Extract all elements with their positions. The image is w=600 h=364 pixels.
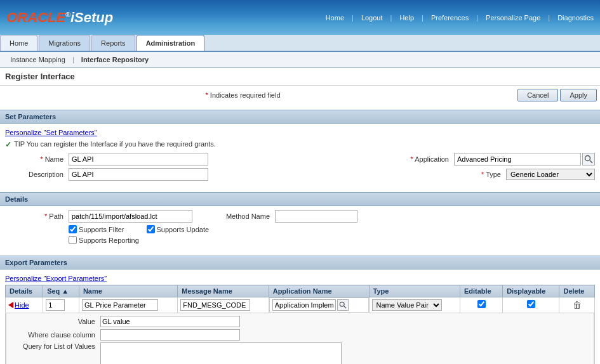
diagnostics-link[interactable]: Diagnostics <box>557 14 594 22</box>
preferences-link[interactable]: Preferences <box>431 14 469 22</box>
query-list-textarea[interactable] <box>100 342 342 365</box>
query-list-row: Query for List of Values <box>11 342 589 365</box>
export-parameters-header: Export Parameters <box>0 256 600 270</box>
table-row: Hide <box>6 297 595 313</box>
supports-filter-checkbox[interactable] <box>69 225 77 233</box>
seq-input[interactable] <box>46 299 65 311</box>
supports-update-label: Supports Update <box>147 225 210 233</box>
row-application-name-cell <box>269 297 369 313</box>
row-editable-cell <box>460 297 502 313</box>
supports-update-checkbox[interactable] <box>147 225 155 233</box>
query-list-label: Query for List of Values <box>11 342 100 350</box>
displayable-checkbox[interactable] <box>527 300 535 308</box>
header: ORACLE®iSetup Home | Logout | Help | Pre… <box>0 0 600 35</box>
col-details: Details <box>6 285 43 297</box>
col-displayable: Displayable <box>503 285 559 297</box>
detail-expand-row: Value Where clause column Query for List… <box>6 313 595 364</box>
personalize-page-link[interactable]: Personalize Page <box>486 14 540 22</box>
supports-filter-label: Supports Filter <box>69 225 124 233</box>
type-select[interactable]: Generic Loader XML Custom <box>506 169 595 180</box>
method-name-input[interactable] <box>275 210 357 223</box>
apply-button[interactable]: Apply <box>560 89 597 101</box>
hide-link[interactable]: Hide <box>15 301 29 309</box>
editable-checkbox[interactable] <box>477 300 486 308</box>
message-name-input[interactable] <box>180 299 250 311</box>
cancel-button[interactable]: Cancel <box>517 89 558 101</box>
row-type-cell: Name Value Pair Static Value Query <box>369 297 460 313</box>
row-details-cell: Hide <box>6 297 43 313</box>
tab-reports[interactable]: Reports <box>91 35 135 51</box>
name-label: * Name <box>5 155 69 163</box>
col-name: Name <box>79 285 177 297</box>
value-label: Value <box>11 318 100 325</box>
application-input[interactable] <box>454 153 581 166</box>
application-search-icon[interactable] <box>582 153 595 166</box>
description-label: Description <box>5 171 69 178</box>
logout-link[interactable]: Logout <box>361 14 383 22</box>
detail-expand-area: Value Where clause column Query for List… <box>6 313 594 365</box>
delete-icon[interactable]: 🗑 <box>573 300 582 310</box>
row-message-name-cell <box>178 297 269 313</box>
value-input[interactable] <box>100 316 240 327</box>
app-name-input[interactable] <box>272 299 336 311</box>
oracle-logo: ORACLE®iSetup <box>6 10 113 26</box>
tab-home[interactable]: Home <box>0 35 37 51</box>
description-type-row: Description * Type Generic Loader XML Cu… <box>5 168 595 181</box>
page-title: Register Interface <box>0 68 600 86</box>
personalize-set-params-link[interactable]: Personalize "Set Parameters" <box>5 127 595 139</box>
checkboxes-row: Supports Filter Supports Update <box>5 225 595 233</box>
path-input[interactable] <box>69 210 192 223</box>
where-clause-row: Where clause column <box>11 329 589 341</box>
sub-nav: Instance Mapping | Interface Repository <box>0 52 600 68</box>
expand-icon <box>8 302 13 308</box>
param-name-input[interactable] <box>82 299 158 311</box>
export-parameters-form: Personalize "Export Parameters" Details … <box>0 270 600 364</box>
tip-text: TIP You can register the Interface if yo… <box>14 140 216 148</box>
application-label: * Application <box>403 155 454 163</box>
value-row: Value <box>11 316 589 327</box>
col-editable: Editable <box>460 285 502 297</box>
header-links: Home | Logout | Help | Preferences | Per… <box>326 14 594 22</box>
svg-line-3 <box>343 306 345 308</box>
col-message-name: Message Name <box>178 285 269 297</box>
name-application-row: * Name * Application <box>5 153 595 166</box>
svg-line-1 <box>590 160 592 163</box>
path-label: * Path <box>5 212 69 220</box>
logo-area: ORACLE®iSetup <box>6 10 113 26</box>
personalize-export-params-link[interactable]: Personalize "Export Parameters" <box>5 273 595 285</box>
sub-nav-instance-mapping[interactable]: Instance Mapping <box>5 55 70 65</box>
app-name-search-icon[interactable] <box>337 299 349 311</box>
supports-reporting-row: Supports Reporting <box>5 236 595 244</box>
description-input[interactable] <box>69 168 208 181</box>
row-name-cell <box>79 297 177 313</box>
tab-migrations[interactable]: Migrations <box>39 35 90 51</box>
type-label: * Type <box>455 171 506 178</box>
oracle-text: ORACLE <box>6 10 65 25</box>
help-link[interactable]: Help <box>399 14 414 22</box>
required-note: Indicates required field <box>210 91 281 99</box>
set-parameters-form: Personalize "Set Parameters" ✓ TIP You c… <box>0 124 600 187</box>
supports-reporting-label: Supports Reporting <box>69 236 139 244</box>
tip-box: ✓ TIP You can register the Interface if … <box>5 139 595 153</box>
home-link[interactable]: Home <box>326 14 344 22</box>
supports-reporting-checkbox[interactable] <box>69 236 77 244</box>
row-type-select[interactable]: Name Value Pair Static Value Query <box>372 299 442 311</box>
col-seq[interactable]: Seq ▲ <box>43 285 79 297</box>
details-form: * Path Method Name Supports Filter Suppo… <box>0 206 600 250</box>
svg-point-0 <box>585 156 590 161</box>
sub-nav-interface-repository[interactable]: Interface Repository <box>76 55 154 65</box>
svg-point-2 <box>340 302 344 306</box>
tab-administration[interactable]: Administration <box>137 35 205 51</box>
row-displayable-cell <box>503 297 559 313</box>
tip-checkmark-icon: ✓ <box>5 140 11 149</box>
where-clause-input[interactable] <box>100 329 240 341</box>
col-delete: Delete <box>559 285 595 297</box>
export-table: Details Seq ▲ Name Message Name Applicat… <box>5 285 595 364</box>
row-seq-cell <box>43 297 79 313</box>
method-name-label: Method Name <box>211 212 275 220</box>
name-input[interactable] <box>69 153 208 166</box>
col-application-name: Application Name <box>269 285 369 297</box>
where-clause-label: Where clause column <box>11 331 100 339</box>
isetup-text: ®iSetup <box>65 10 113 25</box>
row-delete-cell: 🗑 <box>559 297 595 313</box>
